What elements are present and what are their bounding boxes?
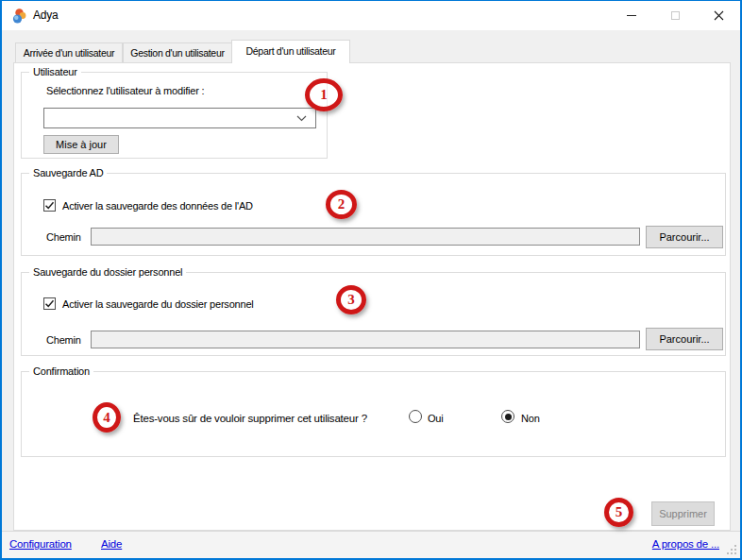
tab-arrivee-utilisateur[interactable]: Arrivée d'un utilisateur (15, 42, 123, 62)
group-utilisateur: Utilisateur Sélectionnez l'utilisateur à… (21, 72, 328, 159)
tab-depart-utilisateur[interactable]: Départ d'un utilisateur (231, 40, 350, 63)
radio-selected-dot (505, 414, 512, 420)
configuration-link[interactable]: Configuration (9, 538, 72, 550)
group-confirmation-title: Confirmation (29, 365, 93, 378)
ad-path-label: Chemin (46, 230, 81, 244)
radio-non-label[interactable]: Non (521, 412, 540, 425)
title-bar[interactable]: Adya (2, 1, 740, 30)
personal-backup-checkbox-label[interactable]: Activer la sauvegarde du dossier personn… (62, 297, 254, 311)
minimize-button[interactable] (610, 1, 653, 30)
radio-oui-label[interactable]: Oui (428, 412, 444, 425)
group-confirmation: Confirmation Êtes-vous sûr de vouloir su… (21, 371, 726, 457)
group-utilisateur-title: Utilisateur (29, 65, 81, 78)
maximize-icon (671, 11, 680, 20)
personal-path-field (91, 331, 640, 348)
app-icon (10, 8, 27, 25)
annotation-badge-4: 4 (93, 402, 121, 433)
radio-oui[interactable] (409, 410, 422, 423)
close-button[interactable] (697, 1, 740, 30)
group-sauvegarde-perso-title: Sauvegarde du dossier personnel (29, 265, 186, 279)
group-sauvegarde-perso: Sauvegarde du dossier personnel Activer … (21, 272, 726, 356)
user-combobox[interactable] (43, 108, 316, 128)
personal-backup-checkbox[interactable] (43, 297, 56, 310)
ad-backup-checkbox-label[interactable]: Activer la sauvegarde des données de l'A… (62, 199, 253, 212)
group-sauvegarde-ad: Sauvegarde AD Activer la sauvegarde des … (21, 173, 726, 256)
ad-browse-button[interactable]: Parcourir... (646, 226, 723, 248)
close-icon (714, 10, 724, 21)
app-window: Adya Arrivée d'un utilisateur Gestion d'… (0, 0, 742, 560)
radio-non[interactable] (501, 410, 514, 423)
chevron-down-icon (296, 115, 307, 122)
ad-path-field (91, 228, 640, 246)
delete-button: Supprimer (651, 501, 715, 526)
resize-grip-icon[interactable] (726, 544, 738, 556)
check-icon (44, 298, 55, 309)
aide-link[interactable]: Aide (101, 538, 122, 550)
maximize-button (653, 1, 697, 30)
check-icon (44, 200, 55, 211)
confirmation-question: Êtes-vous sûr de vouloir supprimer cet u… (133, 412, 367, 425)
annotation-badge-2: 2 (326, 190, 357, 219)
annotation-badge-5: 5 (604, 498, 633, 527)
personal-browse-button[interactable]: Parcourir... (646, 328, 723, 350)
personal-path-label: Chemin (46, 333, 81, 347)
window-title: Adya (33, 1, 59, 30)
ad-backup-checkbox[interactable] (43, 199, 56, 212)
annotation-badge-3: 3 (336, 285, 366, 314)
annotation-badge-1: 1 (305, 78, 343, 111)
minimize-icon (627, 15, 636, 16)
group-sauvegarde-ad-title: Sauvegarde AD (29, 166, 107, 179)
tab-gestion-utilisateur[interactable]: Gestion d'un utilisateur (123, 42, 232, 62)
status-bar: Configuration Aide A propos de ... (2, 531, 740, 558)
apropos-link[interactable]: A propos de ... (652, 538, 719, 550)
update-button[interactable]: Mise à jour (43, 135, 119, 154)
select-user-label: Sélectionnez l'utilisateur à modifier : (46, 84, 204, 97)
